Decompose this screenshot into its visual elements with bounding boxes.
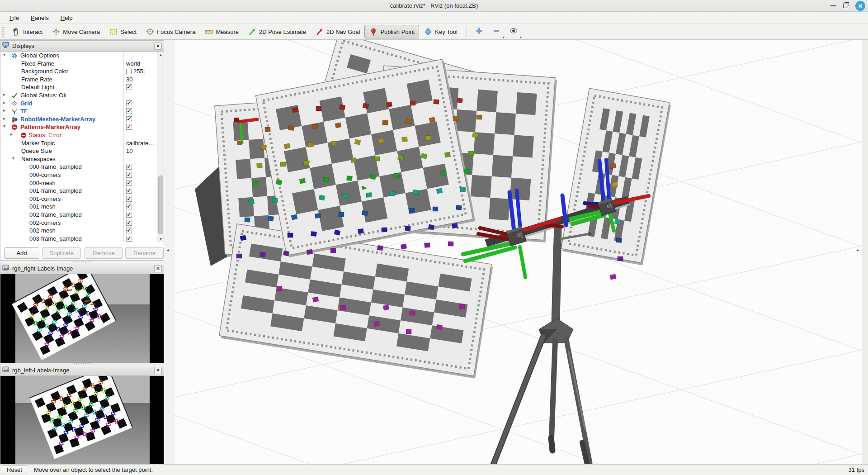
tool-measure[interactable]: Measure	[200, 25, 243, 38]
add-tool-button[interactable]	[472, 25, 487, 38]
tree-row-002-mesh[interactable]: 002-mesh✓	[0, 227, 158, 235]
remove-tool-button[interactable]: ▾	[489, 25, 504, 38]
tool-select[interactable]: Select	[104, 25, 141, 38]
checkbox-checked[interactable]: ✓	[126, 220, 132, 226]
checkbox-checked[interactable]: ✓	[126, 84, 132, 90]
menu-panels[interactable]: Panels	[26, 13, 54, 23]
tree-row-status-error[interactable]: ▸Status: Error	[0, 131, 158, 139]
expand-icon[interactable]: ▸	[10, 132, 13, 137]
checkbox-checked[interactable]: ✓	[126, 172, 132, 178]
tree-scrollbar[interactable]: ▲ ▼	[157, 52, 164, 242]
expand-icon[interactable]: ▸	[3, 100, 5, 105]
tree-value[interactable]: 10	[126, 147, 132, 154]
calibration-board	[561, 88, 671, 265]
rgb-left-panel-header[interactable]: rgb_left-Labels-Image ✕	[0, 365, 164, 376]
tree-row-001-frame-sampled[interactable]: 001-frame_sampled✓	[0, 187, 158, 195]
collapse-right-panel-icon[interactable]: ▸	[857, 247, 859, 252]
checkbox-checked[interactable]: ✓	[126, 108, 132, 114]
tree-label: Patterns-MarkerArray	[20, 124, 80, 130]
checkbox-checked[interactable]: ✓	[126, 100, 132, 106]
tree-row-default-light[interactable]: Default Light✓	[0, 83, 158, 91]
collapse-left-panel-icon[interactable]: ◂	[167, 247, 169, 252]
3d-viewport[interactable]	[175, 40, 862, 464]
reset-button[interactable]: Reset	[2, 466, 27, 474]
tree-row-001-corners[interactable]: 001-corners✓	[0, 195, 158, 203]
color-swatch[interactable]	[126, 69, 132, 74]
checkbox-checked[interactable]: ✓	[126, 212, 132, 218]
tree-value[interactable]: 30	[126, 76, 132, 83]
rgb-right-panel-header[interactable]: rgb_right-Labels-Image ✕	[0, 263, 164, 274]
checkbox-checked[interactable]: ✓	[126, 116, 132, 122]
tool-visibility-button[interactable]: ▾	[506, 25, 521, 38]
checkbox-checked[interactable]: ✓	[126, 236, 132, 242]
tree-label: 001-corners	[29, 195, 61, 202]
collapse-icon[interactable]: ▾	[3, 124, 5, 128]
close-icon[interactable]: ✕	[855, 1, 865, 11]
tree-row-namespaces[interactable]: ▾Namespaces	[0, 155, 158, 163]
collapse-icon[interactable]: ▾	[12, 156, 14, 161]
scroll-down-icon[interactable]: ▼	[157, 236, 164, 242]
tree-row-marker-topic[interactable]: Marker Topiccalibrate…	[0, 139, 158, 147]
tree-row-000-mesh[interactable]: 000-mesh✓	[0, 179, 158, 187]
tool-key-tool[interactable]: Key Tool	[419, 25, 462, 38]
tool-interact[interactable]: Interact	[7, 25, 47, 38]
tree-row-003-frame-sampled[interactable]: 003-frame_sampled✓	[0, 235, 158, 242]
scroll-up-icon[interactable]: ▲	[157, 52, 164, 58]
tree-value[interactable]: calibrate…	[126, 140, 154, 147]
expand-icon[interactable]: ▸	[3, 92, 5, 97]
expand-icon[interactable]: ▸	[3, 116, 5, 121]
rgb-left-image-panel: rgb_left-Labels-Image ✕	[0, 365, 164, 464]
checkbox-checked[interactable]: ✓	[126, 180, 132, 186]
remove-button[interactable]: Remove	[85, 247, 123, 259]
duplicate-button[interactable]: Duplicate	[42, 247, 81, 259]
tree-value[interactable]: 255;	[126, 68, 145, 75]
tree-row-patterns-markerarray[interactable]: ▾Patterns-MarkerArray✓	[0, 123, 158, 131]
tree-row-background-color[interactable]: Background Color255;	[0, 67, 158, 76]
tree-row-000-frame-sampled[interactable]: 000-frame_sampled✓	[0, 163, 158, 171]
tree-row-fixed-frame[interactable]: Fixed Frameworld	[0, 60, 158, 68]
expand-icon[interactable]: ▸	[3, 108, 5, 113]
collapse-icon[interactable]: ▾	[3, 52, 5, 57]
tree-row-tf[interactable]: ▸TF✓	[0, 107, 158, 115]
checkbox-checked[interactable]: ✓	[126, 188, 132, 194]
tree-row-002-corners[interactable]: 002-corners✓	[0, 219, 158, 227]
tool-focus-camera[interactable]: Focus Camera	[141, 25, 200, 38]
checkbox-checked[interactable]: ✓	[126, 228, 132, 233]
maximize-icon[interactable]	[843, 4, 848, 8]
tree-row-000-corners[interactable]: 000-corners✓	[0, 171, 158, 179]
tree-row-frame-rate[interactable]: Frame Rate30	[0, 76, 158, 84]
rename-button[interactable]: Rename	[125, 247, 164, 259]
scrollbar-thumb[interactable]	[158, 176, 163, 234]
tree-row-001-mesh[interactable]: 001-mesh✓	[0, 203, 158, 211]
displays-panel-header[interactable]: Displays ✕	[0, 41, 164, 52]
add-button[interactable]: Add	[4, 247, 39, 259]
tree-row-global-options[interactable]: ▾Global Options	[0, 52, 158, 60]
crosshair-icon	[146, 27, 155, 36]
tree-row-grid[interactable]: ▸Grid✓	[0, 100, 158, 108]
menu-file[interactable]: File	[5, 13, 24, 23]
tree-row-global-status-ok[interactable]: ▸Global Status: Ok	[0, 91, 158, 100]
tool-publish-point[interactable]: Publish Point	[364, 25, 419, 38]
tree-row-queue-size[interactable]: Queue Size10	[0, 147, 158, 155]
tool-2d-pose-estimate[interactable]: 2D Pose Estimate	[243, 25, 311, 38]
tool-2d-nav-goal[interactable]: 2D Nav Goal	[311, 25, 364, 38]
right-panel-strip[interactable]	[862, 40, 868, 464]
tree-label: Grid	[20, 100, 33, 107]
rgb-left-image	[0, 376, 164, 465]
displays-close-icon[interactable]: ✕	[154, 43, 162, 50]
grid-icon	[11, 100, 18, 108]
tree-value[interactable]: world	[126, 60, 140, 67]
tree-label: 001-frame_sampled	[29, 187, 82, 194]
menu-help[interactable]: Help	[56, 13, 78, 23]
checkbox-checked[interactable]: ✓	[126, 204, 132, 209]
checkbox-checked[interactable]: ✓	[126, 164, 132, 170]
minimize-icon[interactable]	[830, 5, 836, 6]
rgb-right-close-icon[interactable]: ✕	[154, 265, 162, 272]
tool-label: Focus Camera	[157, 28, 195, 35]
tree-row-robotmeshes-markerarray[interactable]: ▸RobotMeshes-MarkerArray✓	[0, 115, 158, 124]
tool-move-camera[interactable]: Move Camera	[47, 25, 104, 38]
checkbox-checked[interactable]: ✓	[126, 124, 132, 130]
rgb-left-close-icon[interactable]: ✕	[154, 367, 162, 374]
checkbox-checked[interactable]: ✓	[126, 196, 132, 202]
tree-row-002-frame-sampled[interactable]: 002-frame_sampled✓	[0, 211, 158, 219]
